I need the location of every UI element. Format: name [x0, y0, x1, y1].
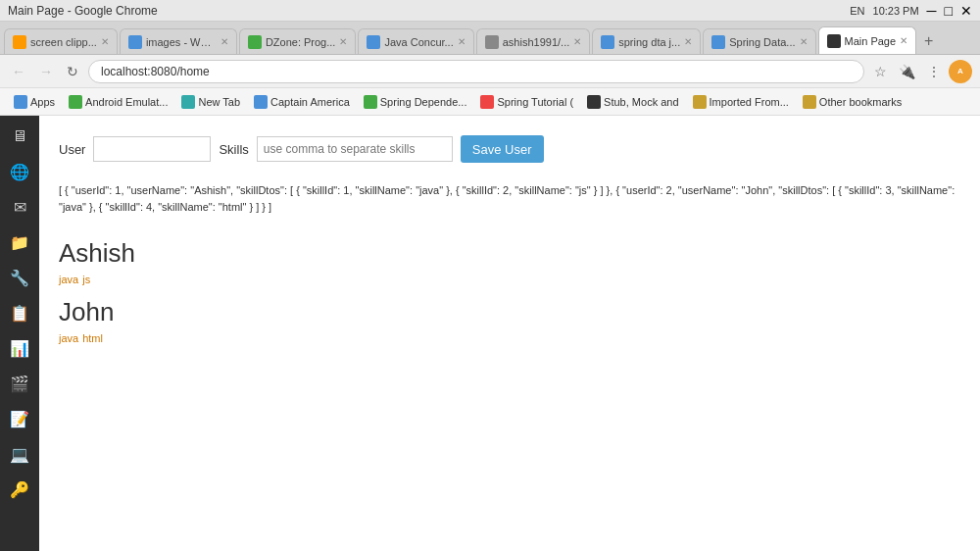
tab-label-t6: spring dta j...	[618, 36, 680, 48]
bookmark-favicon-bm5	[364, 95, 377, 109]
tab-close-t4[interactable]: ✕	[458, 36, 466, 47]
bookmark-star-button[interactable]: ☆	[870, 62, 891, 81]
ide-icon[interactable]: 🔑	[3, 473, 36, 506]
language-indicator: EN	[850, 5, 864, 17]
bookmark-bm9[interactable]: Other bookmarks	[797, 93, 907, 111]
tab-favicon-t4	[367, 35, 380, 49]
minimize-button[interactable]: ─	[927, 3, 937, 19]
skills-input[interactable]	[257, 136, 453, 162]
title-bar: Main Page - Google Chrome EN 10:23 PM ─ …	[0, 0, 980, 22]
tab-close-t7[interactable]: ✕	[800, 36, 808, 47]
folder-icon[interactable]: 📁	[3, 225, 36, 259]
user-label: User	[59, 142, 85, 157]
skill-tag: js	[82, 274, 90, 285]
menu-button[interactable]: ⋮	[923, 62, 945, 81]
users-list: AshishjavajsJohnjavahtml	[59, 238, 960, 356]
tab-t7[interactable]: Spring Data...✕	[703, 28, 815, 54]
address-bar[interactable]	[88, 60, 864, 83]
bookmark-favicon-bm2	[69, 95, 82, 109]
tab-favicon-t5	[485, 35, 499, 49]
skill-tag: java	[59, 332, 78, 344]
window-title: Main Page - Google Chrome	[8, 4, 158, 18]
bookmark-favicon-bm1	[14, 95, 27, 109]
bookmark-label-bm8: Imported From...	[710, 96, 789, 108]
bookmark-bm4[interactable]: Captain America	[248, 93, 356, 111]
tab-t2[interactable]: images - Whi...✕	[120, 28, 237, 54]
tab-label-t4: Java Concur...	[384, 36, 453, 48]
clipboard-icon[interactable]: 📋	[3, 296, 36, 329]
user-item-u1: Ashishjavajs	[59, 238, 960, 297]
skill-tag: html	[82, 332, 103, 344]
tab-favicon-t8	[827, 34, 841, 48]
tab-close-t1[interactable]: ✕	[101, 36, 109, 47]
user-skills-u2: javahtml	[59, 331, 960, 356]
bookmark-label-bm3: New Tab	[198, 96, 240, 108]
nav-icons: ☆ 🔌 ⋮ A	[870, 60, 972, 83]
forward-button[interactable]: →	[35, 62, 57, 81]
user-name-u2: John	[59, 297, 960, 327]
tab-close-t5[interactable]: ✕	[573, 36, 581, 47]
monitor-icon[interactable]: 📊	[3, 331, 36, 365]
maximize-button[interactable]: □	[945, 3, 953, 19]
skills-label: Skills	[219, 142, 248, 157]
tab-label-t8: Main Page	[845, 35, 897, 47]
tab-t3[interactable]: DZone: Prog...✕	[239, 28, 357, 54]
bookmark-bm8[interactable]: Imported From...	[687, 93, 795, 111]
title-bar-icons: EN 10:23 PM ─ □ ✕	[850, 3, 972, 19]
tab-close-t8[interactable]: ✕	[900, 35, 907, 46]
bookmark-bm1[interactable]: Apps	[8, 93, 61, 111]
user-name-u1: Ashish	[59, 238, 960, 269]
tab-t8[interactable]: Main Page✕	[818, 26, 917, 54]
bookmark-label-bm5: Spring Depende...	[380, 96, 467, 108]
bookmark-label-bm7: Stub, Mock and	[604, 96, 678, 108]
close-button[interactable]: ✕	[960, 3, 972, 19]
bookmark-label-bm4: Captain America	[270, 96, 350, 108]
user-input[interactable]	[93, 136, 211, 162]
bookmark-label-bm9: Other bookmarks	[819, 96, 902, 108]
notes-icon[interactable]: 📝	[3, 402, 36, 435]
tab-favicon-t3	[248, 35, 262, 49]
bookmark-bm5[interactable]: Spring Depende...	[358, 93, 473, 111]
nav-bar: ← → ↻ ☆ 🔌 ⋮ A	[0, 55, 980, 88]
bookmark-favicon-bm9	[803, 95, 816, 109]
user-skills-u1: javajs	[59, 273, 960, 297]
tab-t6[interactable]: spring dta j...✕	[592, 28, 701, 54]
bookmark-favicon-bm3	[181, 95, 195, 109]
bookmark-bm2[interactable]: Android Emulat...	[63, 93, 173, 111]
save-user-button[interactable]: Save User	[461, 135, 544, 163]
browser-icon[interactable]: 🌐	[3, 155, 36, 188]
media-icon[interactable]: 🎬	[3, 367, 36, 400]
main-content: User Skills Save User [ { "userId": 1, "…	[39, 116, 980, 551]
back-button[interactable]: ←	[8, 62, 29, 81]
sidebar: 🖥🌐✉📁🔧📋📊🎬📝💻🔑	[0, 116, 39, 551]
tab-t5[interactable]: ashish1991/...✕	[476, 28, 591, 54]
mail-icon[interactable]: ✉	[3, 190, 36, 224]
tab-t4[interactable]: Java Concur...✕	[358, 28, 473, 54]
bookmarks-bar: AppsAndroid Emulat...New TabCaptain Amer…	[0, 88, 980, 116]
tab-t1[interactable]: screen clipp...✕	[4, 28, 118, 54]
tab-close-t2[interactable]: ✕	[220, 36, 228, 47]
tab-favicon-t1	[13, 35, 26, 49]
tab-close-t6[interactable]: ✕	[684, 36, 692, 47]
new-tab-button[interactable]: +	[918, 32, 939, 50]
tab-label-t3: DZone: Prog...	[266, 36, 336, 48]
bookmark-label-bm1: Apps	[30, 96, 55, 108]
tab-label-t7: Spring Data...	[729, 36, 795, 48]
reload-button[interactable]: ↻	[63, 62, 82, 81]
bookmark-bm6[interactable]: Spring Tutorial (	[474, 93, 579, 111]
tab-label-t2: images - Whi...	[146, 36, 217, 48]
terminal-icon[interactable]: 💻	[3, 437, 36, 471]
bookmark-favicon-bm4	[254, 95, 268, 109]
bookmark-favicon-bm6	[480, 95, 494, 109]
files-icon[interactable]: 🖥	[3, 120, 36, 153]
bookmark-label-bm2: Android Emulat...	[85, 96, 168, 108]
bookmark-bm3[interactable]: New Tab	[175, 93, 246, 111]
clock: 10:23 PM	[873, 5, 919, 17]
bookmark-label-bm6: Spring Tutorial (	[497, 96, 573, 108]
bookmark-bm7[interactable]: Stub, Mock and	[581, 93, 684, 111]
tab-close-t3[interactable]: ✕	[339, 36, 347, 47]
extension-button[interactable]: 🔌	[895, 62, 919, 81]
profile-avatar[interactable]: A	[949, 60, 972, 83]
settings-icon[interactable]: 🔧	[3, 261, 36, 294]
bookmark-favicon-bm7	[587, 95, 601, 109]
